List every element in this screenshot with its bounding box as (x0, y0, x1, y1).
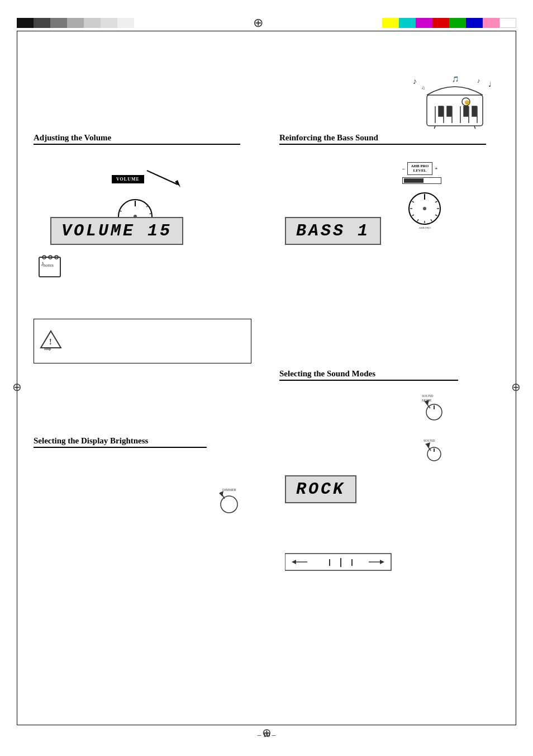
volume-display-text: VOLUME 15 (50, 217, 183, 245)
svg-rect-12 (464, 106, 468, 116)
bass-display-text: BASS 1 (285, 217, 381, 245)
sound-icon-area: SOUND (419, 436, 450, 469)
svg-text:♫: ♫ (421, 85, 425, 91)
ahb-pro-area: – AHB PROLEVEL + AHB PRO (402, 162, 447, 231)
svg-line-52 (435, 215, 437, 216)
svg-line-50 (435, 201, 437, 202)
svg-rect-13 (472, 106, 477, 116)
volume-arrow (144, 168, 189, 190)
svg-line-56 (412, 215, 413, 216)
notes-icon: notes ♪ (36, 254, 64, 280)
svg-text:🎵: 🎵 (452, 75, 459, 83)
svg-rect-10 (439, 106, 443, 116)
svg-point-45 (221, 496, 237, 513)
hr-top (17, 31, 516, 31)
rock-lcd-display: ROCK (285, 475, 356, 503)
svg-text:♩: ♩ (488, 81, 492, 88)
svg-line-55 (417, 219, 418, 221)
svg-text:DIMMER: DIMMER (222, 488, 236, 492)
svg-line-20 (147, 171, 178, 185)
piano-illustration: ♪ ♩ 🎵 😊 ♪ ♫ (410, 73, 499, 129)
section-title-display-brightness: Selecting the Display Brightness (34, 436, 207, 448)
svg-text:SOUND: SOUND (422, 394, 434, 398)
svg-text:SOUND: SOUND (423, 439, 435, 442)
top-bar: ⊕ (0, 16, 533, 30)
section-title-adjusting-volume: Adjusting the Volume (34, 133, 240, 145)
bass-lcd-display: BASS 1 (285, 217, 381, 245)
svg-marker-74 (292, 560, 296, 564)
svg-text:notes: notes (43, 262, 54, 268)
svg-rect-11 (447, 106, 451, 116)
ahb-level-bar (402, 177, 441, 184)
svg-line-24 (146, 206, 148, 207)
strip-4 (67, 18, 84, 28)
strip-magenta (416, 18, 432, 28)
svg-text:♪: ♪ (413, 77, 417, 86)
svg-text:♪: ♪ (477, 77, 480, 84)
eq-bars-display (285, 548, 397, 578)
stop-box: ! stop (34, 319, 251, 363)
hr-bottom (17, 725, 516, 725)
color-strips-left (17, 18, 134, 28)
color-strips-right (382, 18, 516, 28)
strip-green (449, 18, 466, 28)
ahb-label: AHB PROLEVEL (407, 162, 433, 175)
dimmer-icon-area: DIMMER (212, 486, 246, 519)
strip-5 (84, 18, 101, 28)
svg-text:stop: stop (44, 347, 51, 351)
svg-line-53 (431, 219, 432, 221)
strip-white (499, 18, 516, 28)
svg-marker-79 (380, 560, 384, 564)
ahb-plus: + (435, 166, 437, 171)
strip-6 (101, 18, 117, 28)
strip-yellow (382, 18, 399, 28)
ahb-minus: – (402, 166, 405, 171)
strip-cyan (399, 18, 416, 28)
strip-3 (50, 18, 67, 28)
strip-1 (17, 18, 34, 28)
stop-icon: ! stop (39, 329, 64, 353)
strip-7 (117, 18, 134, 28)
center-crosshair-top: ⊕ (253, 16, 263, 30)
vl-right (516, 31, 516, 725)
strip-red (432, 18, 449, 28)
svg-text:😊: 😊 (464, 100, 470, 105)
svg-line-58 (412, 201, 413, 202)
right-crosshair: ⊕ (511, 380, 521, 394)
volume-label: VOLUME (112, 175, 144, 183)
svg-line-25 (150, 214, 152, 214)
strip-2 (34, 18, 50, 28)
svg-text:♪: ♪ (41, 259, 44, 267)
volume-lcd-display: VOLUME 15 (50, 217, 183, 245)
svg-text:!: ! (49, 338, 52, 346)
page-number: – 10 – (258, 730, 276, 739)
strip-pink (483, 18, 499, 28)
strip-blue (466, 18, 483, 28)
svg-text:AHB PRO: AHB PRO (418, 226, 431, 229)
vl-left (17, 31, 17, 725)
sound-mode-icon-area: SOUND MODE (419, 391, 450, 424)
ahb-knob[interactable]: AHB PRO (402, 186, 447, 231)
rock-display-text: ROCK (285, 475, 356, 503)
section-title-reinforcing-bass: Reinforcing the Bass Sound (279, 133, 486, 145)
section-title-sound-modes: Selecting the Sound Modes (279, 369, 458, 381)
svg-point-59 (423, 207, 426, 210)
left-crosshair: ⊕ (12, 380, 22, 394)
